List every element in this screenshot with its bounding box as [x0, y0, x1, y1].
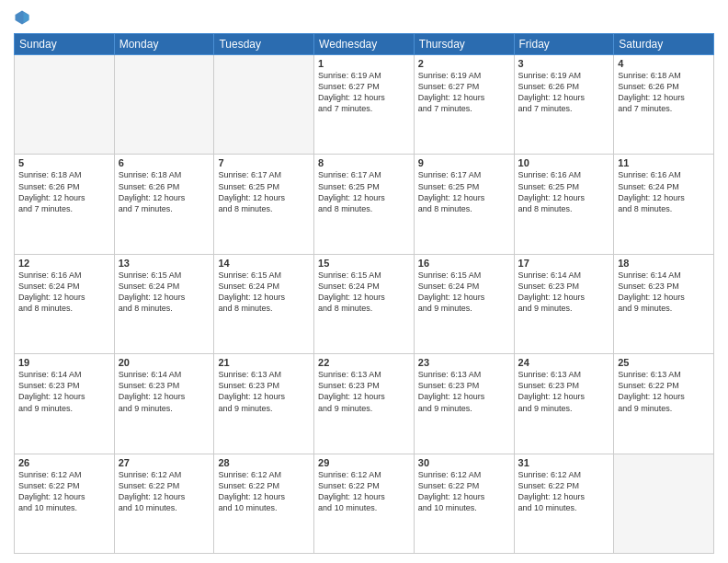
- day-number: 5: [18, 157, 110, 168]
- day-number: 20: [119, 357, 210, 368]
- calendar-cell: 26Sunrise: 6:12 AM Sunset: 6:22 PM Dayli…: [15, 454, 115, 553]
- day-info: Sunrise: 6:14 AM Sunset: 6:23 PM Dayligh…: [618, 270, 710, 315]
- calendar-cell: 27Sunrise: 6:12 AM Sunset: 6:22 PM Dayli…: [114, 454, 214, 553]
- day-number: 10: [518, 157, 610, 168]
- header: [14, 9, 714, 26]
- calendar-cell: 31Sunrise: 6:12 AM Sunset: 6:22 PM Dayli…: [514, 454, 614, 553]
- calendar-cell: 11Sunrise: 6:16 AM Sunset: 6:24 PM Dayli…: [614, 155, 714, 254]
- day-info: Sunrise: 6:16 AM Sunset: 6:24 PM Dayligh…: [618, 169, 710, 214]
- day-info: Sunrise: 6:17 AM Sunset: 6:25 PM Dayligh…: [418, 169, 510, 214]
- day-number: 18: [618, 258, 710, 269]
- day-number: 2: [418, 58, 510, 69]
- calendar-week-row: 5Sunrise: 6:18 AM Sunset: 6:26 PM Daylig…: [15, 155, 714, 254]
- day-number: 19: [18, 357, 110, 368]
- calendar-cell: 12Sunrise: 6:16 AM Sunset: 6:24 PM Dayli…: [15, 254, 115, 353]
- day-info: Sunrise: 6:17 AM Sunset: 6:25 PM Dayligh…: [218, 169, 310, 214]
- day-number: 29: [318, 457, 410, 468]
- calendar-cell: 29Sunrise: 6:12 AM Sunset: 6:22 PM Dayli…: [314, 454, 415, 553]
- day-info: Sunrise: 6:13 AM Sunset: 6:23 PM Dayligh…: [518, 369, 610, 414]
- calendar-week-row: 1Sunrise: 6:19 AM Sunset: 6:27 PM Daylig…: [15, 55, 714, 155]
- calendar-cell: 28Sunrise: 6:12 AM Sunset: 6:22 PM Dayli…: [214, 454, 314, 553]
- calendar-cell: 3Sunrise: 6:19 AM Sunset: 6:26 PM Daylig…: [514, 55, 614, 155]
- day-number: 8: [318, 157, 410, 168]
- day-info: Sunrise: 6:12 AM Sunset: 6:22 PM Dayligh…: [18, 469, 110, 514]
- day-info: Sunrise: 6:16 AM Sunset: 6:25 PM Dayligh…: [518, 169, 610, 214]
- weekday-header-sunday: Sunday: [15, 34, 115, 55]
- day-number: 12: [18, 258, 110, 269]
- day-number: 22: [318, 357, 410, 368]
- day-number: 7: [218, 157, 310, 168]
- day-info: Sunrise: 6:13 AM Sunset: 6:23 PM Dayligh…: [418, 369, 510, 414]
- calendar-cell: [114, 55, 214, 155]
- calendar-cell: 18Sunrise: 6:14 AM Sunset: 6:23 PM Dayli…: [614, 254, 714, 353]
- calendar-cell: 9Sunrise: 6:17 AM Sunset: 6:25 PM Daylig…: [414, 155, 514, 254]
- calendar-cell: 7Sunrise: 6:17 AM Sunset: 6:25 PM Daylig…: [214, 155, 314, 254]
- day-info: Sunrise: 6:13 AM Sunset: 6:23 PM Dayligh…: [318, 369, 410, 414]
- day-number: 21: [218, 357, 310, 368]
- day-info: Sunrise: 6:12 AM Sunset: 6:22 PM Dayligh…: [418, 469, 510, 514]
- calendar-week-row: 19Sunrise: 6:14 AM Sunset: 6:23 PM Dayli…: [15, 354, 714, 454]
- calendar-cell: 2Sunrise: 6:19 AM Sunset: 6:27 PM Daylig…: [414, 55, 514, 155]
- day-info: Sunrise: 6:12 AM Sunset: 6:22 PM Dayligh…: [318, 469, 410, 514]
- weekday-header-saturday: Saturday: [614, 34, 714, 55]
- day-number: 28: [218, 457, 310, 468]
- day-info: Sunrise: 6:19 AM Sunset: 6:27 PM Dayligh…: [318, 70, 410, 115]
- day-info: Sunrise: 6:15 AM Sunset: 6:24 PM Dayligh…: [318, 270, 410, 315]
- day-number: 4: [618, 58, 710, 69]
- day-info: Sunrise: 6:17 AM Sunset: 6:25 PM Dayligh…: [318, 169, 410, 214]
- day-info: Sunrise: 6:18 AM Sunset: 6:26 PM Dayligh…: [18, 169, 110, 214]
- calendar-cell: 14Sunrise: 6:15 AM Sunset: 6:24 PM Dayli…: [214, 254, 314, 353]
- day-info: Sunrise: 6:13 AM Sunset: 6:22 PM Dayligh…: [618, 369, 710, 414]
- day-number: 11: [618, 157, 710, 168]
- calendar-week-row: 12Sunrise: 6:16 AM Sunset: 6:24 PM Dayli…: [15, 254, 714, 353]
- day-number: 31: [518, 457, 610, 468]
- calendar-cell: 1Sunrise: 6:19 AM Sunset: 6:27 PM Daylig…: [314, 55, 415, 155]
- calendar-cell: 16Sunrise: 6:15 AM Sunset: 6:24 PM Dayli…: [414, 254, 514, 353]
- weekday-header-tuesday: Tuesday: [214, 34, 314, 55]
- calendar-week-row: 26Sunrise: 6:12 AM Sunset: 6:22 PM Dayli…: [15, 454, 714, 553]
- calendar-cell: 25Sunrise: 6:13 AM Sunset: 6:22 PM Dayli…: [614, 354, 714, 454]
- day-number: 17: [518, 258, 610, 269]
- day-info: Sunrise: 6:18 AM Sunset: 6:26 PM Dayligh…: [618, 70, 710, 115]
- day-number: 30: [418, 457, 510, 468]
- day-number: 6: [119, 157, 210, 168]
- calendar-cell: 19Sunrise: 6:14 AM Sunset: 6:23 PM Dayli…: [15, 354, 115, 454]
- page: SundayMondayTuesdayWednesdayThursdayFrid…: [0, 0, 728, 563]
- day-info: Sunrise: 6:12 AM Sunset: 6:22 PM Dayligh…: [119, 469, 210, 514]
- day-info: Sunrise: 6:14 AM Sunset: 6:23 PM Dayligh…: [119, 369, 210, 414]
- day-number: 13: [119, 258, 210, 269]
- day-info: Sunrise: 6:13 AM Sunset: 6:23 PM Dayligh…: [218, 369, 310, 414]
- calendar-cell: 10Sunrise: 6:16 AM Sunset: 6:25 PM Dayli…: [514, 155, 614, 254]
- calendar-table: SundayMondayTuesdayWednesdayThursdayFrid…: [14, 33, 714, 554]
- calendar-cell: 13Sunrise: 6:15 AM Sunset: 6:24 PM Dayli…: [114, 254, 214, 353]
- day-number: 3: [518, 58, 610, 69]
- calendar-cell: 5Sunrise: 6:18 AM Sunset: 6:26 PM Daylig…: [15, 155, 115, 254]
- day-number: 9: [418, 157, 510, 168]
- day-info: Sunrise: 6:19 AM Sunset: 6:27 PM Dayligh…: [418, 70, 510, 115]
- weekday-header-monday: Monday: [114, 34, 214, 55]
- day-info: Sunrise: 6:19 AM Sunset: 6:26 PM Dayligh…: [518, 70, 610, 115]
- calendar-cell: 21Sunrise: 6:13 AM Sunset: 6:23 PM Dayli…: [214, 354, 314, 454]
- day-number: 23: [418, 357, 510, 368]
- day-number: 26: [18, 457, 110, 468]
- day-number: 24: [518, 357, 610, 368]
- day-number: 16: [418, 258, 510, 269]
- calendar-cell: 24Sunrise: 6:13 AM Sunset: 6:23 PM Dayli…: [514, 354, 614, 454]
- weekday-header-wednesday: Wednesday: [314, 34, 415, 55]
- day-info: Sunrise: 6:16 AM Sunset: 6:24 PM Dayligh…: [18, 270, 110, 315]
- calendar-cell: 22Sunrise: 6:13 AM Sunset: 6:23 PM Dayli…: [314, 354, 415, 454]
- generalblue-logo-icon: [14, 9, 30, 26]
- day-info: Sunrise: 6:14 AM Sunset: 6:23 PM Dayligh…: [18, 369, 110, 414]
- calendar-cell: 20Sunrise: 6:14 AM Sunset: 6:23 PM Dayli…: [114, 354, 214, 454]
- day-number: 15: [318, 258, 410, 269]
- calendar-cell: [214, 55, 314, 155]
- calendar-cell: [15, 55, 115, 155]
- day-info: Sunrise: 6:12 AM Sunset: 6:22 PM Dayligh…: [518, 469, 610, 514]
- day-info: Sunrise: 6:14 AM Sunset: 6:23 PM Dayligh…: [518, 270, 610, 315]
- calendar-cell: 4Sunrise: 6:18 AM Sunset: 6:26 PM Daylig…: [614, 55, 714, 155]
- day-info: Sunrise: 6:15 AM Sunset: 6:24 PM Dayligh…: [418, 270, 510, 315]
- weekday-header-thursday: Thursday: [414, 34, 514, 55]
- weekday-header-friday: Friday: [514, 34, 614, 55]
- day-number: 1: [318, 58, 410, 69]
- day-info: Sunrise: 6:15 AM Sunset: 6:24 PM Dayligh…: [119, 270, 210, 315]
